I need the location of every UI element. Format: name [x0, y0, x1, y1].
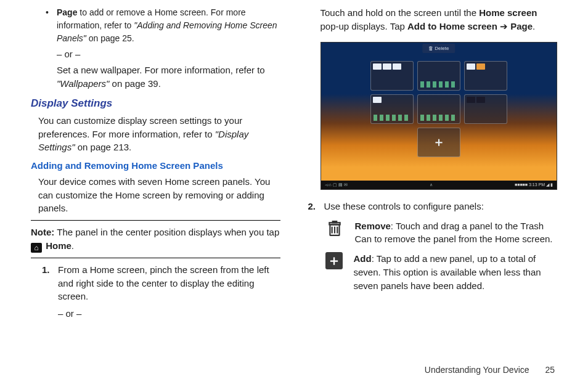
step-2-num: 2.	[308, 200, 324, 213]
arrow-icon: ➔	[497, 21, 510, 31]
panel-thumb	[370, 94, 414, 124]
status-bar: ◅ ⌂ ▢ ▤ ✉ ∧ ■■■■■ 3:13 PM ◢ ▮	[321, 181, 557, 189]
note-text: The panel in the center position display…	[54, 227, 279, 237]
home-icon: ⌂	[31, 243, 42, 253]
rule-bottom	[31, 258, 280, 258]
home-panels-screenshot: 🗑 Delete ＋ ◅ ⌂ ▢ ▤ ✉ ∧ ■■■■■ 3:13 PM ◢ ▮	[321, 42, 558, 190]
step-2-text: Use these controls to configure panels:	[324, 200, 558, 213]
add-label: Add	[354, 253, 372, 264]
wallpaper-ref: "Wallpapers"	[57, 78, 109, 89]
heading-adding-panels: Adding and Removing Home Screen Panels	[31, 159, 280, 173]
display-settings-para: You can customize display screen setting…	[38, 114, 280, 154]
remove-label: Remove	[355, 221, 391, 231]
step-1-text: From a Home screen, pinch the screen fro…	[58, 263, 280, 303]
add-control: ＋ Add: Tap to add a new panel, up to a t…	[325, 252, 558, 292]
th-b2: Add to Home screen	[407, 21, 497, 31]
wallpaper-line: Set a new wallpaper. For more informatio…	[57, 65, 265, 75]
page-number: 25	[545, 365, 555, 375]
right-column: Touch and hold on the screen until the H…	[308, 6, 558, 321]
adding-para: Your device comes with seven Home screen…	[38, 175, 280, 215]
panel-thumb	[464, 61, 507, 91]
delete-target: 🗑 Delete	[422, 44, 455, 54]
svg-rect-5	[332, 221, 337, 223]
ds-tail: on page 213.	[75, 142, 132, 152]
wallpaper-block: Set a new wallpaper. For more informatio…	[46, 63, 280, 91]
page-footer: Understanding Your Device 25	[425, 364, 555, 376]
heading-display-settings: Display Settings	[31, 96, 280, 112]
panel-thumb	[417, 61, 460, 91]
bullet-marker: •	[46, 6, 57, 45]
panel-grid: ＋	[370, 61, 507, 157]
touch-hold-para: Touch and hold on the screen until the H…	[321, 6, 558, 33]
remove-control: Remove: Touch and drag a panel to the Tr…	[325, 219, 558, 247]
step-2: 2. Use these controls to configure panel…	[308, 200, 558, 213]
wallpaper-tail: on page 39.	[109, 78, 160, 89]
th-b3: Page	[510, 21, 533, 31]
th-tail: .	[533, 21, 535, 31]
panel-thumb	[417, 94, 460, 124]
trash-icon	[325, 219, 344, 238]
bullet-page-tail: on page 25.	[86, 33, 134, 43]
status-right: ■■■■■ 3:13 PM ◢ ▮	[515, 182, 553, 188]
th-1: Touch and hold on the screen until the	[321, 7, 480, 18]
rule-top	[31, 220, 280, 221]
panel-thumb	[370, 61, 414, 91]
nav-icons: ◅ ⌂ ▢ ▤ ✉	[325, 182, 348, 188]
step-1-num: 1.	[42, 263, 58, 321]
plus-icon: ＋	[325, 252, 343, 269]
note-label: Note:	[31, 227, 54, 237]
or-separator-1: – or –	[46, 47, 280, 61]
bullet-page-bold: Page	[57, 7, 77, 17]
section-name: Understanding Your Device	[425, 365, 529, 375]
or-separator-2: – or –	[58, 307, 280, 321]
ds-text: You can customize display screen setting…	[38, 115, 242, 139]
panel-thumb	[464, 94, 507, 124]
th-2: pop-up displays. Tap	[321, 21, 407, 31]
step-1: 1. From a Home screen, pinch the screen …	[42, 263, 280, 321]
bullet-page: • Page to add or remove a Home screen. F…	[46, 6, 280, 45]
th-b1: Home screen	[479, 7, 537, 18]
add-text: : Tap to add a new panel, up to a total …	[354, 253, 541, 291]
dot: ∧	[430, 182, 433, 188]
note-row: Note: The panel in the center position d…	[31, 226, 280, 253]
home-label: Home	[46, 240, 71, 251]
add-panel-tile: ＋	[417, 128, 460, 157]
left-column: • Page to add or remove a Home screen. F…	[31, 6, 280, 321]
